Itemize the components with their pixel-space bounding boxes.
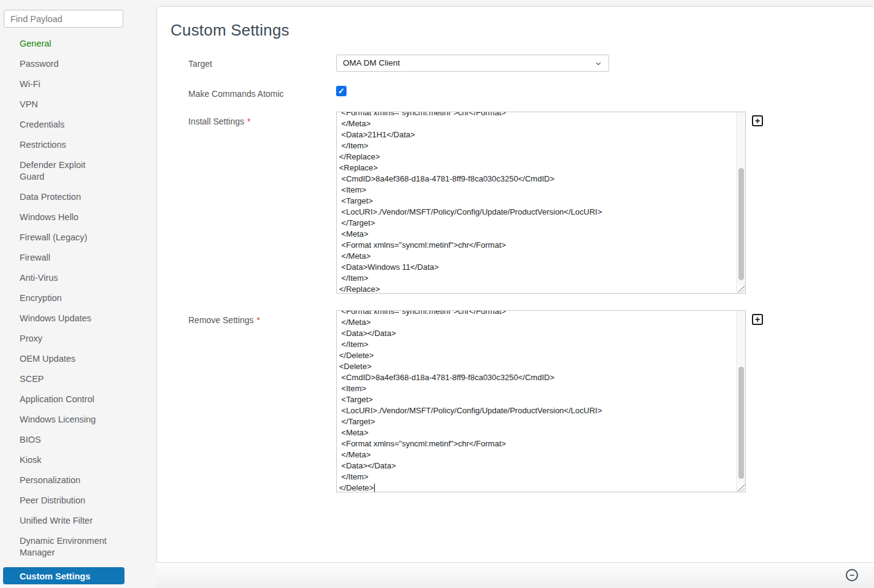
sidebar-item-general[interactable]: General	[0, 34, 127, 54]
sidebar-item-windows-hello[interactable]: Windows Hello	[0, 207, 127, 227]
remove-payload-icon[interactable]: −	[846, 569, 858, 581]
remove-scrollbar-thumb[interactable]	[738, 367, 744, 479]
install-resize-handle[interactable]	[737, 285, 745, 292]
text-cursor	[374, 484, 375, 492]
chevron-down-icon	[596, 62, 601, 66]
sidebar-item-kiosk[interactable]: Kiosk	[0, 450, 127, 470]
sidebar-item-application-control[interactable]: Application Control	[0, 389, 127, 410]
find-payload-input[interactable]	[4, 10, 123, 28]
install-scrollbar-thumb[interactable]	[738, 168, 744, 280]
sidebar-item-personalization[interactable]: Personalization	[0, 470, 127, 491]
sidebar-item-credentials[interactable]: Credentials	[0, 115, 127, 135]
target-label: Target	[188, 58, 212, 69]
remove-resize-handle[interactable]	[737, 484, 745, 491]
payload-sidebar: General Password Wi-Fi VPN Credentials R…	[0, 0, 153, 588]
sidebar-item-vpn[interactable]: VPN	[0, 94, 127, 115]
required-asterisk: *	[247, 116, 250, 126]
sidebar-item-restrictions[interactable]: Restrictions	[0, 135, 127, 155]
sidebar-item-bios[interactable]: BIOS	[0, 430, 127, 450]
sidebar-item-scep[interactable]: SCEP	[0, 369, 127, 389]
sidebar-item-firewall-legacy[interactable]: Firewall (Legacy)	[0, 227, 127, 248]
remove-add-version-button[interactable]: +	[752, 314, 763, 325]
sidebar-item-dynamic-environment-manager[interactable]: Dynamic Environment Manager	[0, 531, 127, 563]
sidebar-item-firewall[interactable]: Firewall	[0, 248, 127, 268]
page-title: Custom Settings	[171, 21, 289, 40]
required-asterisk: *	[257, 315, 260, 325]
install-scrollbar-track[interactable]	[736, 112, 745, 293]
remove-settings-label: Remove Settings*	[188, 315, 260, 326]
sidebar-item-wifi[interactable]: Wi-Fi	[0, 74, 127, 94]
sidebar-item-anti-virus[interactable]: Anti-Virus	[0, 268, 127, 288]
sidebar-item-password[interactable]: Password	[0, 54, 127, 74]
payload-nav: General Password Wi-Fi VPN Credentials R…	[0, 34, 127, 563]
remove-settings-textarea[interactable]: <Format xmlns="syncml:metinf">chr</Forma…	[336, 310, 746, 492]
atomic-label: Make Commands Atomic	[188, 88, 284, 99]
sidebar-item-unified-write-filter[interactable]: Unified Write Filter	[0, 511, 127, 531]
target-select[interactable]: OMA DM Client	[336, 55, 609, 72]
install-settings-content: <Format xmlns="syncml:metinf">chr</Forma…	[337, 112, 745, 294]
install-settings-label: Install Settings*	[188, 116, 251, 127]
sidebar-item-defender-exploit-guard[interactable]: Defender Exploit Guard	[0, 155, 127, 187]
install-add-version-button[interactable]: +	[752, 115, 763, 126]
custom-settings-panel: Custom Settings Target OMA DM Client Mak…	[156, 6, 874, 563]
sidebar-item-encryption[interactable]: Encryption	[0, 288, 127, 308]
sidebar-item-proxy[interactable]: Proxy	[0, 329, 127, 349]
target-select-value: OMA DM Client	[343, 58, 400, 67]
sidebar-item-oem-updates[interactable]: OEM Updates	[0, 349, 127, 369]
sidebar-item-peer-distribution[interactable]: Peer Distribution	[0, 491, 127, 511]
remove-settings-content: <Format xmlns="syncml:metinf">chr</Forma…	[337, 310, 745, 492]
sidebar-item-data-protection[interactable]: Data Protection	[0, 187, 127, 207]
sidebar-item-windows-updates[interactable]: Windows Updates	[0, 308, 127, 329]
panel-footer: −	[156, 563, 874, 588]
install-settings-textarea[interactable]: <Format xmlns="syncml:metinf">chr</Forma…	[336, 112, 746, 294]
atomic-checkbox[interactable]: ✓	[336, 86, 347, 96]
sidebar-item-windows-licensing[interactable]: Windows Licensing	[0, 410, 127, 430]
remove-scrollbar-track[interactable]	[736, 311, 745, 492]
sidebar-item-custom-settings-active[interactable]: Custom Settings	[3, 567, 125, 584]
